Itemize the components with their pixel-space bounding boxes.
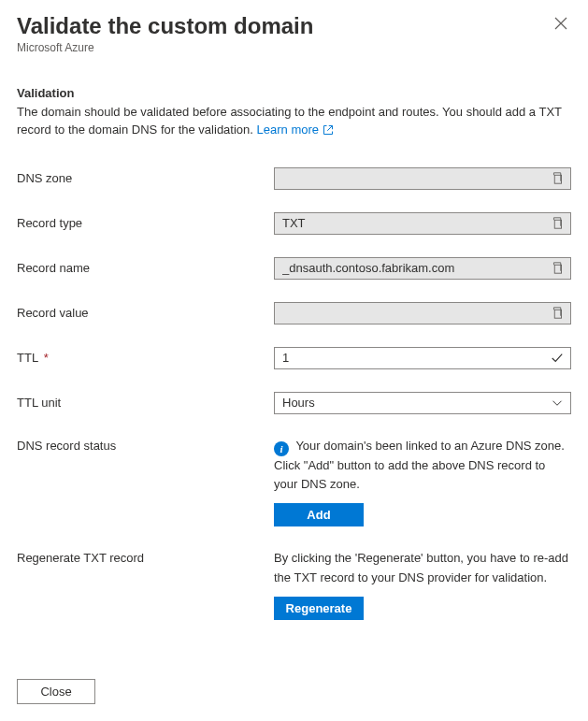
copy-icon[interactable]	[544, 258, 570, 279]
copy-icon[interactable]	[544, 168, 570, 189]
regenerate-button[interactable]: Regenerate	[274, 597, 364, 620]
regenerate-text: By clicking the 'Regenerate' button, you…	[274, 549, 571, 586]
regenerate-label: Regenerate TXT record	[17, 549, 274, 565]
record-value-field	[274, 302, 571, 324]
copy-icon[interactable]	[544, 303, 570, 324]
ttl-field[interactable]	[274, 347, 571, 369]
record-name-field	[274, 257, 571, 280]
dns-record-status-label: DNS record status	[17, 437, 274, 453]
add-button[interactable]: Add	[274, 503, 364, 526]
record-type-field	[274, 212, 571, 235]
close-button[interactable]: Close	[17, 679, 95, 704]
ttl-unit-select[interactable]	[274, 392, 571, 414]
ttl-input[interactable]	[275, 348, 544, 368]
dns-zone-field	[274, 167, 571, 190]
record-value-label: Record value	[17, 306, 274, 320]
record-value-input[interactable]	[275, 303, 544, 324]
ttl-label: TTL *	[17, 351, 274, 365]
dns-zone-label: DNS zone	[17, 171, 274, 185]
info-icon: i	[274, 441, 289, 456]
checkmark-icon[interactable]	[544, 348, 570, 368]
required-indicator: *	[40, 351, 49, 365]
dns-zone-input[interactable]	[275, 168, 544, 189]
external-link-icon	[323, 124, 334, 136]
record-type-label: Record type	[17, 216, 274, 230]
page-subtitle: Microsoft Azure	[17, 41, 313, 54]
page-title: Validate the custom domain	[17, 13, 313, 39]
validation-section-title: Validation	[17, 86, 571, 100]
copy-icon[interactable]	[544, 213, 570, 234]
ttl-unit-input[interactable]	[275, 393, 544, 413]
record-name-input[interactable]	[275, 258, 544, 279]
learn-more-link[interactable]: Learn more	[257, 123, 334, 137]
chevron-down-icon[interactable]	[544, 393, 570, 413]
dns-record-status-text: i Your domain's been linked to an Azure …	[274, 437, 571, 495]
record-type-input[interactable]	[275, 213, 544, 234]
validation-description: The domain should be validated before as…	[17, 104, 571, 139]
ttl-unit-label: TTL unit	[17, 396, 274, 410]
record-name-label: Record name	[17, 261, 274, 275]
close-icon[interactable]	[551, 13, 571, 34]
